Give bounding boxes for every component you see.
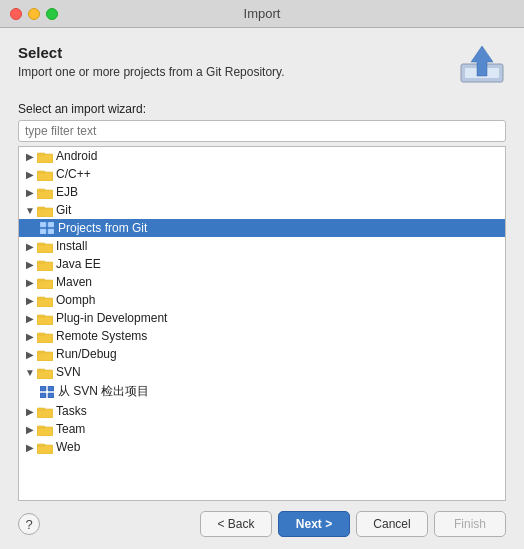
tree-arrow: ▶ bbox=[23, 241, 37, 252]
svg-rect-31 bbox=[40, 386, 46, 391]
tree-item-install[interactable]: ▶ Install bbox=[19, 237, 505, 255]
filter-input[interactable] bbox=[18, 120, 506, 142]
tree-item-label: C/C++ bbox=[56, 167, 91, 181]
tree-item-javaee[interactable]: ▶ Java EE bbox=[19, 255, 505, 273]
footer-right: < Back Next > Cancel Finish bbox=[200, 511, 506, 537]
tree-item-android[interactable]: ▶ Android bbox=[19, 147, 505, 165]
tree-item-label: Git bbox=[56, 203, 71, 217]
svg-rect-10 bbox=[37, 207, 45, 209]
maximize-button[interactable] bbox=[46, 8, 58, 20]
tree-item-plugin-dev[interactable]: ▶ Plug-in Development bbox=[19, 309, 505, 327]
svg-rect-12 bbox=[48, 222, 54, 227]
folder-icon bbox=[37, 422, 53, 436]
svg-rect-8 bbox=[37, 189, 45, 191]
svg-rect-40 bbox=[37, 444, 45, 446]
tree-arrow: ▶ bbox=[23, 406, 37, 417]
svg-rect-14 bbox=[48, 229, 54, 234]
svg-rect-11 bbox=[40, 222, 46, 227]
tree-item-label: Oomph bbox=[56, 293, 95, 307]
page-description: Import one or more projects from a Git R… bbox=[18, 65, 285, 79]
svg-rect-37 bbox=[37, 427, 53, 436]
folder-icon bbox=[37, 347, 53, 361]
svg-rect-19 bbox=[37, 280, 53, 289]
tree-item-svn-checkout[interactable]: 从 SVN 检出项目 bbox=[19, 381, 505, 402]
tree-arrow: ▼ bbox=[23, 205, 37, 216]
page-title: Select bbox=[18, 44, 285, 61]
cancel-button[interactable]: Cancel bbox=[356, 511, 428, 537]
finish-button: Finish bbox=[434, 511, 506, 537]
tree-arrow: ▶ bbox=[23, 259, 37, 270]
svg-rect-27 bbox=[37, 352, 53, 361]
folder-icon bbox=[37, 203, 53, 217]
tree-arrow: ▶ bbox=[23, 187, 37, 198]
tree-item-label: Projects from Git bbox=[58, 221, 147, 235]
tree-item-ejb[interactable]: ▶ EJB bbox=[19, 183, 505, 201]
footer: ? < Back Next > Cancel Finish bbox=[18, 511, 506, 537]
tree-arrow: ▶ bbox=[23, 169, 37, 180]
wizard-tree: ▶ Android▶ C/C++▶ EJB▼ Git Projects from… bbox=[18, 146, 506, 501]
svg-rect-32 bbox=[48, 386, 54, 391]
tree-item-git[interactable]: ▼ Git bbox=[19, 201, 505, 219]
footer-left: ? bbox=[18, 513, 40, 535]
svg-rect-38 bbox=[37, 426, 45, 428]
folder-icon bbox=[37, 239, 53, 253]
tree-item-maven[interactable]: ▶ Maven bbox=[19, 273, 505, 291]
svg-rect-3 bbox=[37, 154, 53, 163]
svg-rect-21 bbox=[37, 298, 53, 307]
svg-rect-4 bbox=[37, 153, 45, 155]
svg-rect-16 bbox=[37, 243, 45, 245]
tree-item-run-debug[interactable]: ▶ Run/Debug bbox=[19, 345, 505, 363]
next-button[interactable]: Next > bbox=[278, 511, 350, 537]
svg-rect-23 bbox=[37, 316, 53, 325]
tree-item-label: Team bbox=[56, 422, 85, 436]
svg-rect-29 bbox=[37, 370, 53, 379]
tree-item-label: Remote Systems bbox=[56, 329, 147, 343]
grid-icon bbox=[39, 221, 55, 235]
tree-item-label: Java EE bbox=[56, 257, 101, 271]
tree-item-team[interactable]: ▶ Team bbox=[19, 420, 505, 438]
svg-rect-33 bbox=[40, 393, 46, 398]
svg-rect-18 bbox=[37, 261, 45, 263]
help-button[interactable]: ? bbox=[18, 513, 40, 535]
tree-item-projects-from-git[interactable]: Projects from Git bbox=[19, 219, 505, 237]
close-button[interactable] bbox=[10, 8, 22, 20]
folder-icon bbox=[37, 329, 53, 343]
svg-rect-26 bbox=[37, 333, 45, 335]
tree-item-label: Install bbox=[56, 239, 87, 253]
tree-item-label: EJB bbox=[56, 185, 78, 199]
folder-icon bbox=[37, 167, 53, 181]
tree-item-oomph[interactable]: ▶ Oomph bbox=[19, 291, 505, 309]
tree-item-svn[interactable]: ▼ SVN bbox=[19, 363, 505, 381]
dialog-content: Select Import one or more projects from … bbox=[0, 28, 524, 549]
tree-item-tasks[interactable]: ▶ Tasks bbox=[19, 402, 505, 420]
tree-arrow: ▶ bbox=[23, 331, 37, 342]
import-icon-svg bbox=[459, 46, 505, 86]
svg-rect-17 bbox=[37, 262, 53, 271]
svg-rect-7 bbox=[37, 190, 53, 199]
minimize-button[interactable] bbox=[28, 8, 40, 20]
tree-item-cpp[interactable]: ▶ C/C++ bbox=[19, 165, 505, 183]
folder-icon bbox=[37, 275, 53, 289]
svg-rect-15 bbox=[37, 244, 53, 253]
window-controls bbox=[10, 8, 58, 20]
folder-icon bbox=[37, 365, 53, 379]
tree-item-label: Plug-in Development bbox=[56, 311, 167, 325]
svg-rect-35 bbox=[37, 409, 53, 418]
tree-item-label: SVN bbox=[56, 365, 81, 379]
tree-item-remote-systems[interactable]: ▶ Remote Systems bbox=[19, 327, 505, 345]
tree-arrow: ▶ bbox=[23, 313, 37, 324]
svg-rect-9 bbox=[37, 208, 53, 217]
back-button[interactable]: < Back bbox=[200, 511, 272, 537]
tree-item-label: 从 SVN 检出项目 bbox=[58, 383, 149, 400]
title-bar: Import bbox=[0, 0, 524, 28]
svg-rect-36 bbox=[37, 408, 45, 410]
svg-rect-28 bbox=[37, 351, 45, 353]
svg-rect-30 bbox=[37, 369, 45, 371]
svg-rect-5 bbox=[37, 172, 53, 181]
tree-arrow: ▶ bbox=[23, 424, 37, 435]
tree-item-web[interactable]: ▶ Web bbox=[19, 438, 505, 456]
tree-arrow: ▶ bbox=[23, 349, 37, 360]
folder-icon bbox=[37, 404, 53, 418]
folder-icon bbox=[37, 257, 53, 271]
grid-icon bbox=[39, 385, 55, 399]
